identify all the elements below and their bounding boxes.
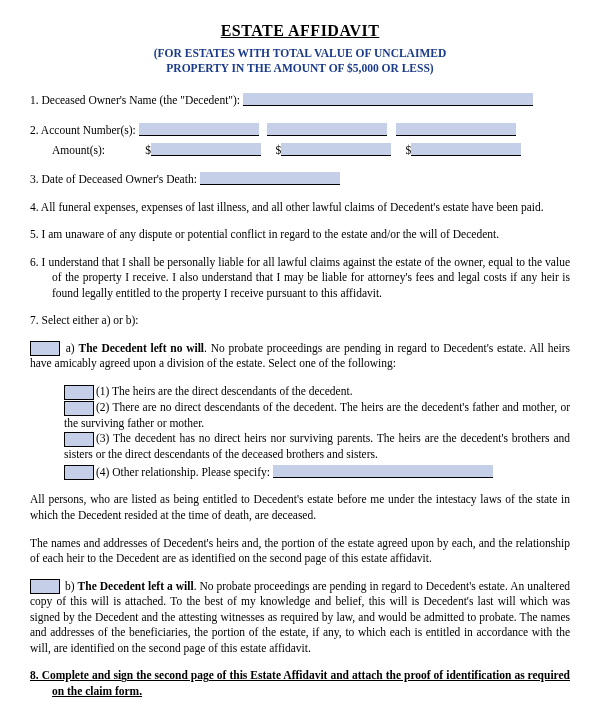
subtitle-line2: PROPERTY IN THE AMOUNT OF $5,000 OR LESS… [166, 62, 433, 74]
option-b-checkbox[interactable] [30, 579, 60, 594]
other-relationship-field[interactable] [273, 465, 493, 478]
subopt-2-text: (2) There are no direct descendants of t… [64, 401, 570, 429]
paragraph-heirs: The names and addresses of Decedent's he… [30, 536, 570, 567]
account-number-field-1[interactable] [139, 123, 259, 136]
option-a-bold: The Decedent left no will [78, 342, 204, 354]
account-number-field-2[interactable] [267, 123, 387, 136]
document-title: ESTATE AFFIDAVIT [30, 20, 570, 42]
option-b-bold: The Decedent left a will [78, 580, 194, 592]
subopt-2-checkbox[interactable] [64, 401, 94, 416]
subopt-1: (1) The heirs are the direct descendants… [64, 384, 570, 400]
item-2: 2. Account Number(s): [30, 121, 570, 139]
amount-field-3[interactable] [411, 143, 521, 156]
paragraph-intestacy: All persons, who are listed as being ent… [30, 492, 570, 523]
sub-options: (1) The heirs are the direct descendants… [64, 384, 570, 480]
subopt-3: (3) The decedent has no direct heirs nor… [64, 431, 570, 462]
amount-field-1[interactable] [151, 143, 261, 156]
item-3-label: 3. Date of Deceased Owner's Death: [30, 173, 200, 185]
death-date-field[interactable] [200, 172, 340, 185]
subopt-3-text: (3) The decedent has no direct heirs nor… [64, 432, 570, 460]
option-b: b) The Decedent left a will. No probate … [30, 579, 570, 657]
item-6: 6. I understand that I shall be personal… [30, 255, 570, 302]
subopt-4-text: (4) Other relationship. Please specify: [96, 466, 273, 478]
option-a-checkbox[interactable] [30, 341, 60, 356]
option-a-label: a) [62, 342, 78, 354]
account-number-field-3[interactable] [396, 123, 516, 136]
subopt-4: (4) Other relationship. Please specify: [64, 463, 570, 481]
item-4: 4. All funeral expenses, expenses of las… [30, 200, 570, 216]
decedent-name-field[interactable] [243, 93, 533, 106]
item-1-label: 1. Deceased Owner's Name (the "Decedent"… [30, 94, 243, 106]
item-5: 5. I am unaware of any dispute or potent… [30, 227, 570, 243]
subopt-4-checkbox[interactable] [64, 465, 94, 480]
subopt-1-checkbox[interactable] [64, 385, 94, 400]
option-b-label: b) [62, 580, 78, 592]
item-7: 7. Select either a) or b): [30, 313, 570, 329]
subopt-1-text: (1) The heirs are the direct descendants… [96, 385, 353, 397]
subopt-2: (2) There are no direct descendants of t… [64, 400, 570, 431]
subtitle-line1: (FOR ESTATES WITH TOTAL VALUE OF UNCLAIM… [154, 47, 446, 59]
option-a: a) The Decedent left no will. No probate… [30, 341, 570, 372]
amount-label: Amount(s): [52, 144, 105, 156]
subopt-3-checkbox[interactable] [64, 432, 94, 447]
item-1: 1. Deceased Owner's Name (the "Decedent"… [30, 91, 570, 109]
item-3: 3. Date of Deceased Owner's Death: [30, 170, 570, 188]
item-2-label: 2. Account Number(s): [30, 124, 139, 136]
amount-field-2[interactable] [281, 143, 391, 156]
item-2-amounts: Amount(s): $ $ $ [30, 141, 570, 159]
document-subtitle: (FOR ESTATES WITH TOTAL VALUE OF UNCLAIM… [30, 46, 570, 76]
item-8: 8. Complete and sign the second page of … [30, 668, 570, 699]
